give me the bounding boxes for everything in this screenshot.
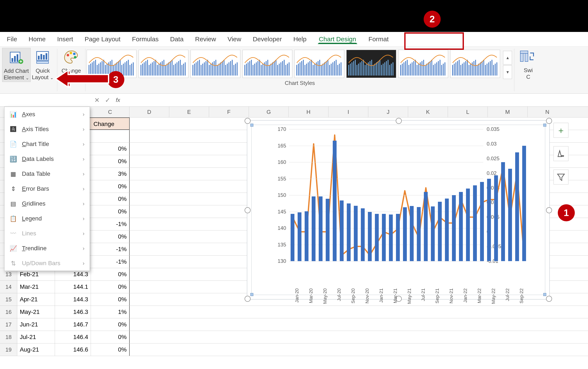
data-bar[interactable] (382, 214, 386, 261)
col-header[interactable]: C (91, 107, 129, 117)
data-bar[interactable] (410, 206, 414, 261)
col-header[interactable]: G (249, 107, 289, 117)
cell[interactable]: -1% (91, 218, 130, 230)
menu-trendline[interactable]: 📈Trendline › (4, 241, 90, 256)
cell[interactable]: Jul-21 (17, 331, 55, 343)
menu-legend[interactable]: 📋Legend › (4, 211, 90, 226)
formula-cancel-button[interactable]: ✕ (92, 96, 102, 104)
data-bar[interactable] (340, 200, 344, 261)
data-bar[interactable] (494, 175, 498, 261)
data-bar[interactable] (347, 204, 351, 261)
data-bar[interactable] (452, 195, 456, 261)
data-bar[interactable] (326, 199, 330, 261)
col-header[interactable]: M (488, 107, 527, 117)
data-bar[interactable] (438, 202, 442, 261)
menu-axes[interactable]: 📊Axes › (4, 107, 90, 122)
cell[interactable]: May-21 (17, 306, 55, 318)
cell[interactable] (91, 130, 130, 142)
cell[interactable]: Aug-21 (17, 343, 55, 356)
row-header[interactable]: 17 (0, 318, 17, 331)
col-header[interactable]: H (289, 107, 329, 117)
cell[interactable]: 0% (91, 343, 130, 356)
chart-style-thumb[interactable] (346, 50, 396, 78)
cell[interactable]: 0% (91, 318, 130, 331)
cell[interactable]: 0% (91, 155, 130, 167)
data-bar[interactable] (487, 179, 491, 261)
cell[interactable]: 0% (91, 281, 130, 293)
menu-gridlines[interactable]: ▤Gridlines › (4, 196, 90, 211)
menu-chart-title[interactable]: 📄Chart Title › (4, 137, 90, 152)
col-header[interactable]: J (368, 107, 408, 117)
cell[interactable]: 0% (91, 293, 130, 306)
selection-handle[interactable] (546, 118, 552, 124)
data-bar[interactable] (480, 182, 484, 261)
row-header[interactable]: 14 (0, 281, 17, 293)
category-axis[interactable]: Jan-20Mar-20May-20Jul-20Sep-20Nov-20Jan-… (289, 266, 483, 294)
chart-style-thumb[interactable] (191, 50, 240, 78)
data-bar[interactable] (319, 196, 322, 261)
cell[interactable]: 0% (91, 193, 130, 205)
col-header[interactable]: D (129, 107, 169, 117)
tab-page-layout[interactable]: Page Layout (84, 35, 121, 44)
selection-handle[interactable] (396, 118, 402, 124)
data-bar[interactable] (305, 211, 309, 261)
style-gallery-up-button[interactable]: ▴ (503, 51, 512, 64)
tab-chart-design[interactable]: Chart Design (318, 34, 357, 44)
selection-handle[interactable] (245, 207, 251, 213)
cell[interactable]: 144.3 (55, 293, 91, 306)
tab-insert[interactable]: Insert (57, 35, 73, 44)
plot-handle[interactable] (250, 124, 253, 127)
cell[interactable]: Jun-21 (17, 318, 55, 331)
plot-handle[interactable] (543, 124, 546, 127)
chart-style-thumb[interactable] (294, 50, 344, 78)
selection-handle[interactable] (546, 207, 552, 213)
data-bar[interactable] (361, 208, 365, 261)
data-bar[interactable] (424, 192, 428, 261)
selection-handle[interactable] (245, 296, 251, 302)
col-header[interactable]: E (169, 107, 209, 117)
data-bar[interactable] (431, 206, 435, 261)
data-bar[interactable] (396, 214, 400, 261)
cell[interactable]: Mar-21 (17, 281, 55, 293)
tab-home[interactable]: Home (28, 35, 46, 44)
cell[interactable]: 0% (91, 205, 130, 218)
data-bar[interactable] (368, 212, 372, 261)
data-bar[interactable] (515, 152, 519, 261)
row-header[interactable]: 18 (0, 331, 17, 343)
data-bar[interactable] (403, 207, 407, 261)
chart-style-thumb[interactable] (398, 50, 448, 78)
cell[interactable]: 146.7 (55, 318, 91, 331)
col-header[interactable]: K (408, 107, 448, 117)
tab-file[interactable]: File (6, 35, 18, 44)
col-header[interactable]: L (448, 107, 488, 117)
cell[interactable]: Apr-21 (17, 293, 55, 306)
data-bar[interactable] (445, 199, 449, 261)
cell[interactable]: 146.3 (55, 306, 91, 318)
data-bar[interactable] (501, 162, 505, 261)
data-bar[interactable] (522, 146, 526, 261)
col-header[interactable]: F (209, 107, 249, 117)
tab-formulas[interactable]: Formulas (132, 35, 159, 44)
chart-elements-button[interactable]: ＋ (554, 123, 568, 138)
formula-enter-button[interactable]: ✓ (102, 96, 113, 104)
cell[interactable]: 0% (91, 230, 130, 243)
tab-data[interactable]: Data (170, 35, 184, 44)
chart-style-thumb[interactable] (139, 50, 188, 78)
menu-data-table[interactable]: ▦Data Table › (4, 166, 90, 181)
data-bar[interactable] (354, 206, 358, 261)
add-chart-element-button[interactable]: Add Chart Element ⌄ (2, 48, 31, 82)
cell[interactable]: 146.6 (55, 343, 91, 356)
row-header[interactable]: 19 (0, 343, 17, 356)
cell[interactable]: -1% (91, 256, 130, 268)
tab-format[interactable]: Format (368, 35, 389, 44)
quick-layout-button[interactable]: Quick Layout ⌄ (31, 48, 55, 82)
menu-data-labels[interactable]: 🔢Data Labels › (4, 152, 90, 166)
cell[interactable]: 1% (91, 306, 130, 318)
style-gallery-more-button[interactable]: ▾ (503, 65, 512, 79)
chart-plot-area[interactable]: 130135140145150155160165170 -0.01-0.0050… (251, 125, 545, 295)
data-bar[interactable] (291, 214, 294, 261)
plot-handle[interactable] (250, 293, 253, 296)
data-bar[interactable] (375, 214, 379, 261)
tab-review[interactable]: Review (195, 35, 216, 44)
selection-handle[interactable] (245, 118, 251, 124)
